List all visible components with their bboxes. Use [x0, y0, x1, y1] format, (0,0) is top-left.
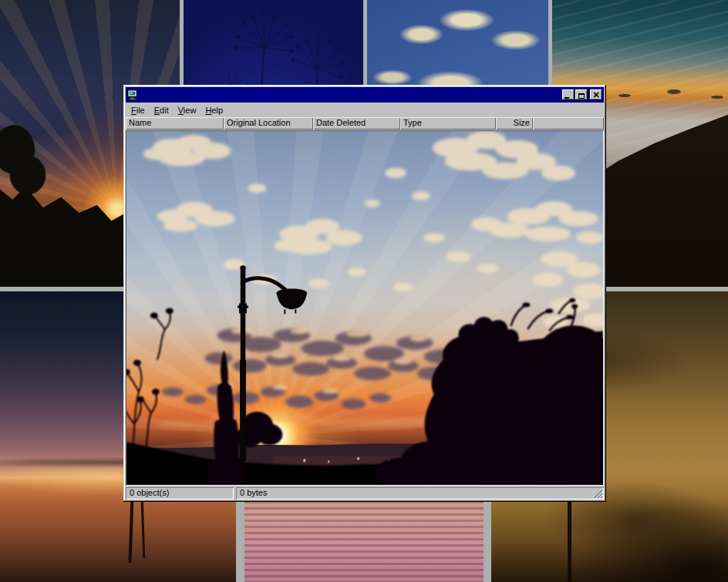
menu-view[interactable]: View — [174, 104, 201, 116]
tree-clump — [0, 116, 56, 200]
resize-grip[interactable] — [593, 489, 603, 499]
close-icon: ✕ — [590, 89, 602, 100]
menu-bar: File Edit View Help — [126, 103, 604, 117]
column-header-original-location[interactable]: Original Location — [224, 117, 313, 130]
maximize-button[interactable] — [575, 89, 588, 100]
menu-file[interactable]: File — [126, 104, 150, 116]
menu-edit[interactable]: Edit — [150, 104, 174, 116]
column-header-row: Name Original Location Date Deleted Type… — [126, 117, 604, 130]
right-trees-silhouette — [374, 298, 603, 485]
pole-silhouette — [568, 498, 571, 582]
left-tree-silhouette — [126, 308, 173, 460]
photo-scene — [126, 131, 603, 485]
status-size: 0 bytes — [236, 487, 604, 500]
water-post — [141, 501, 146, 558]
minimize-button[interactable] — [562, 89, 575, 100]
menu-help[interactable]: Help — [201, 104, 228, 116]
column-header-filler — [533, 117, 604, 130]
sunset-lamppost-photo — [126, 131, 603, 485]
close-button[interactable]: ✕ — [590, 89, 602, 100]
computer-icon[interactable] — [127, 89, 139, 100]
recycle-bin-window: ✕ File Edit View Help Name Original Loca… — [123, 85, 606, 502]
status-bar: 0 object(s) 0 bytes — [126, 487, 604, 500]
desktop: ✕ File Edit View Help Name Original Loca… — [0, 0, 728, 582]
minimize-icon — [565, 97, 569, 99]
column-header-name[interactable]: Name — [126, 117, 224, 130]
column-header-type[interactable]: Type — [400, 117, 496, 130]
cloud-layer — [143, 131, 603, 328]
status-size-text: 0 bytes — [240, 488, 267, 497]
column-header-size[interactable]: Size — [496, 117, 533, 130]
water-post — [129, 496, 134, 563]
maximize-icon — [578, 93, 585, 99]
file-list-area[interactable] — [126, 130, 604, 486]
status-object-count: 0 object(s) — [126, 487, 234, 500]
column-header-date-deleted[interactable]: Date Deleted — [313, 117, 400, 130]
title-bar[interactable]: ✕ — [126, 87, 604, 103]
